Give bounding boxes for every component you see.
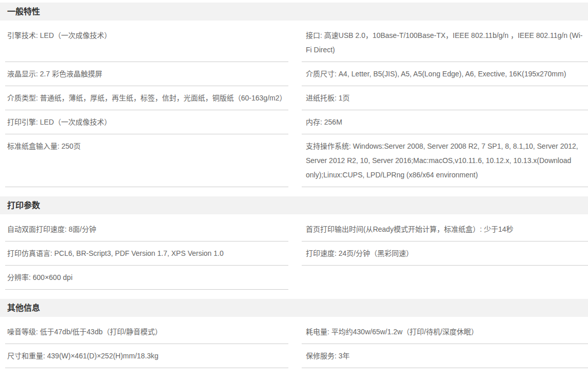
spec-cell-left: 打印仿真语言: PCL6, BR-Script3, PDF Version 1.…	[5, 241, 288, 266]
section-title: 一般特性	[0, 3, 588, 21]
spec-cell-right: 首页打印输出时间(从Ready模式开始计算，标准纸盒）: 少于14秒	[302, 217, 588, 241]
spec-cell-right: 保修服务: 3年	[302, 344, 588, 368]
spec-cell-right: 打印速度: 24页/分钟（黑彩同速）	[302, 241, 588, 266]
spec-cell-right: 支持操作系统: Windows:Server 2008, Server 2008…	[302, 134, 588, 187]
spec-grid: 噪音等级: 低于47db/低于43db（打印/静音模式）耗电量: 平均约430w…	[5, 320, 588, 368]
spec-cell-left: 液晶显示: 2.7 彩色液晶触摸屏	[5, 62, 288, 86]
spec-cell-right: 耗电量: 平均约430w/65w/1.2w（打印/待机/深度休眠）	[302, 320, 588, 344]
spec-grid: 自动双面打印速度: 8面/分钟首页打印输出时间(从Ready模式开始计算，标准纸…	[5, 217, 588, 290]
spec-cell-left: 标准纸盒输入量: 250页	[5, 134, 288, 187]
spec-cell-right: 介质尺寸: A4, Letter, B5(JIS), A5, A5(Long E…	[302, 62, 588, 86]
spec-cell-left: 噪音等级: 低于47db/低于43db（打印/静音模式）	[5, 320, 288, 344]
spec-cell-left: 自动双面打印速度: 8面/分钟	[5, 217, 288, 241]
spec-cell-left: 介质类型: 普通纸，薄纸，厚纸，再生纸，标签，信封，光面纸，铜版纸（60-163…	[5, 86, 288, 110]
spec-grid: 引擎技术: LED（一次成像技术）接口: 高速USB 2.0，10Base-T/…	[5, 24, 588, 187]
spec-section: 一般特性引擎技术: LED（一次成像技术）接口: 高速USB 2.0，10Bas…	[0, 3, 588, 187]
spec-cell-left: 分辨率: 600×600 dpi	[5, 266, 288, 290]
spec-cell-right: 接口: 高速USB 2.0，10Base-T/100Base-TX，IEEE 8…	[302, 24, 588, 62]
spec-cell-left: 尺寸和重量: 439(W)×461(D)×252(H)mm/18.3kg	[5, 344, 288, 368]
section-title: 其他信息	[0, 299, 588, 317]
spec-cell-left: 引擎技术: LED（一次成像技术）	[5, 24, 288, 62]
spec-cell-right: 进纸托板: 1页	[302, 86, 588, 110]
spec-section: 打印参数自动双面打印速度: 8面/分钟首页打印输出时间(从Ready模式开始计算…	[0, 196, 588, 290]
spec-cell-right	[302, 266, 588, 290]
spec-section: 其他信息噪音等级: 低于47db/低于43db（打印/静音模式）耗电量: 平均约…	[0, 299, 588, 368]
section-title: 打印参数	[0, 196, 588, 214]
spec-cell-right: 内存: 256M	[302, 110, 588, 134]
spec-sheet: 一般特性引擎技术: LED（一次成像技术）接口: 高速USB 2.0，10Bas…	[0, 0, 588, 368]
spec-cell-left: 打印引擎: LED（一次成像技术）	[5, 110, 288, 134]
